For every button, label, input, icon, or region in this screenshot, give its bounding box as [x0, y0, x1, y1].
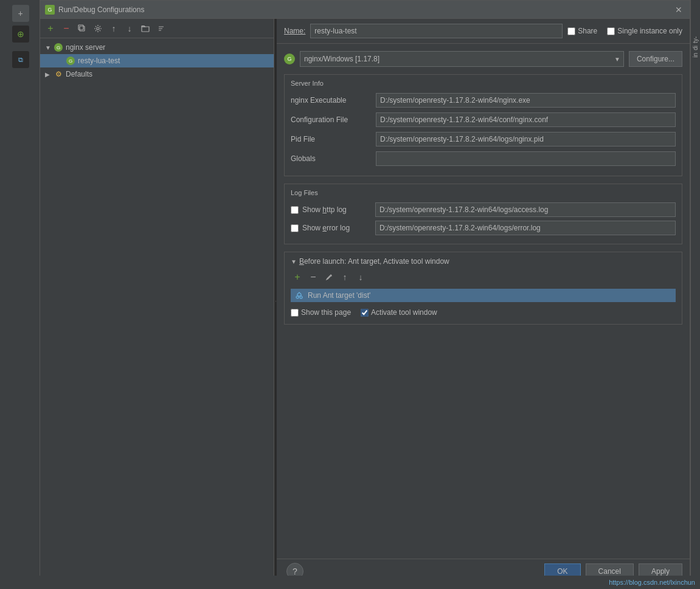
- bottom-checkboxes: Show this page Activate tool window: [291, 306, 676, 319]
- single-instance-label-text: Single instance only: [617, 27, 682, 35]
- launch-add-button[interactable]: +: [291, 270, 304, 284]
- sidebar-icon-add[interactable]: +: [12, 5, 29, 22]
- sidebar-icon-nav[interactable]: ⧉: [12, 51, 29, 68]
- settings-config-button[interactable]: [91, 22, 105, 35]
- runner-select-wrap: nginx/Windows [1.17.8] ▼: [300, 51, 624, 67]
- http-log-row: Show http log: [291, 202, 676, 217]
- before-launch-title: Before launch: Ant target, Activate tool…: [299, 257, 449, 266]
- run-debug-configurations-dialog: G Run/Debug Configurations ✕ + − ↑ ↓: [40, 0, 690, 584]
- dialog-title-icon: G: [45, 5, 55, 15]
- tree-toolbar: + − ↑ ↓: [40, 19, 274, 38]
- move-down-button[interactable]: ↓: [123, 22, 136, 35]
- server-info-title: Server Info: [291, 80, 676, 87]
- resty-lua-test-icon: G: [66, 56, 75, 66]
- http-log-label: Show http log: [302, 205, 375, 214]
- defaults-arrow: ▶: [45, 71, 54, 78]
- show-this-page-checkbox[interactable]: [291, 309, 299, 317]
- svg-rect-1: [78, 25, 83, 30]
- log-files-title: Log Files: [291, 189, 676, 196]
- copy-config-button[interactable]: [75, 22, 89, 35]
- pid-file-input[interactable]: [376, 132, 676, 146]
- move-up-button[interactable]: ↑: [107, 22, 120, 35]
- globals-label: Globals: [291, 154, 376, 163]
- right-stripe: ty- di in: [690, 0, 700, 589]
- before-launch-section: ▼ Before launch: Ant target, Activate to…: [284, 252, 682, 325]
- remove-config-button[interactable]: −: [60, 22, 73, 35]
- nginx-server-label: nginx server: [66, 43, 105, 52]
- runner-icon: G: [284, 53, 295, 64]
- error-log-row: Show error log: [291, 221, 676, 235]
- defaults-icon: ⚙: [54, 69, 63, 79]
- error-log-checkbox[interactable]: [291, 224, 299, 232]
- nginx-exec-label: nginx Executable: [291, 96, 376, 105]
- defaults-label: Defaults: [66, 70, 92, 78]
- resty-lua-test-label: resty-lua-test: [78, 57, 120, 65]
- globals-row: Globals: [291, 151, 676, 166]
- dialog-title-text: Run/Debug Configurations: [58, 5, 673, 14]
- show-this-page-label[interactable]: Show this page: [291, 308, 351, 317]
- share-checkbox-label[interactable]: Share: [567, 27, 597, 35]
- error-log-label: Show error log: [302, 224, 375, 232]
- tree-item-nginx-server[interactable]: ▼ G nginx server: [40, 41, 274, 54]
- launch-remove-button[interactable]: −: [307, 270, 320, 284]
- sidebar: + ⊕ ⧉: [0, 0, 41, 589]
- launch-up-button[interactable]: ↑: [338, 270, 352, 284]
- error-log-input[interactable]: [375, 221, 676, 235]
- ide-background: + ⊕ ⧉ ty- di in G Run/Debug Configuratio…: [0, 0, 700, 589]
- configure-button[interactable]: Configure...: [629, 51, 682, 67]
- launch-edit-button[interactable]: [322, 270, 336, 284]
- nginx-server-icon: G: [54, 43, 63, 52]
- activate-tool-window-checkbox[interactable]: [361, 309, 369, 317]
- tree-item-resty-lua-test[interactable]: G resty-lua-test: [40, 54, 274, 67]
- config-file-row: Configuration File: [291, 112, 676, 127]
- nginx-exec-input[interactable]: [376, 93, 676, 108]
- before-launch-header: ▼ Before launch: Ant target, Activate to…: [291, 257, 676, 266]
- right-stripe-item-3: in: [692, 53, 699, 58]
- config-file-label: Configuration File: [291, 115, 376, 124]
- http-log-input[interactable]: [375, 202, 676, 217]
- left-panel: + − ↑ ↓: [40, 19, 274, 583]
- launch-item-ant[interactable]: Run Ant target 'dist': [291, 289, 676, 302]
- runner-select[interactable]: nginx/Windows [1.17.8]: [300, 51, 624, 67]
- globals-input[interactable]: [376, 151, 676, 166]
- right-stripe-item-2: di: [692, 46, 699, 50]
- svg-point-4: [300, 296, 302, 298]
- pid-file-row: Pid File: [291, 132, 676, 146]
- show-this-page-text: Show this page: [301, 308, 351, 317]
- right-panel: Name: Share Single instance only: [277, 19, 690, 583]
- status-bar: https://blog.csdn.net/lxinchun: [0, 576, 700, 589]
- activate-tool-window-label[interactable]: Activate tool window: [361, 308, 437, 317]
- share-options: Share Single instance only: [567, 27, 682, 35]
- config-file-input[interactable]: [376, 112, 676, 127]
- svg-point-3: [296, 296, 299, 298]
- dialog-titlebar: G Run/Debug Configurations ✕: [40, 1, 690, 19]
- runner-row: G nginx/Windows [1.17.8] ▼ Configure...: [284, 51, 682, 67]
- svg-rect-0: [80, 26, 85, 31]
- sort-button[interactable]: [154, 22, 168, 35]
- launch-item-text: Run Ant target 'dist': [308, 291, 370, 300]
- log-files-section: Log Files Show http log Show error lo: [284, 184, 682, 244]
- folder-button[interactable]: [139, 22, 152, 35]
- add-config-button[interactable]: +: [44, 22, 57, 35]
- share-checkbox[interactable]: [567, 27, 575, 35]
- status-url: https://blog.csdn.net/lxinchun: [609, 579, 695, 586]
- dialog-close-button[interactable]: ✕: [673, 4, 685, 16]
- configuration-tree: ▼ G nginx server G resty-lua-test: [40, 38, 274, 583]
- name-input[interactable]: [310, 24, 563, 38]
- launch-down-button[interactable]: ↓: [354, 270, 367, 284]
- svg-point-2: [97, 27, 99, 30]
- single-instance-checkbox[interactable]: [607, 27, 615, 35]
- http-log-checkbox[interactable]: [291, 206, 299, 214]
- single-instance-checkbox-label[interactable]: Single instance only: [607, 27, 682, 35]
- server-info-section: Server Info nginx Executable Configurati…: [284, 74, 682, 176]
- name-label: Name:: [284, 27, 305, 35]
- nginx-exec-row: nginx Executable: [291, 93, 676, 108]
- name-row: Name: Share Single instance only: [277, 19, 690, 44]
- right-stripe-item-1: ty-: [692, 36, 699, 43]
- sidebar-icon-synced[interactable]: ⊕: [12, 26, 29, 43]
- pid-file-label: Pid File: [291, 135, 376, 143]
- tree-item-defaults[interactable]: ▶ ⚙ Defaults: [40, 67, 274, 81]
- share-label-text: Share: [578, 27, 597, 35]
- launch-toolbar: + − ↑ ↓: [291, 270, 676, 284]
- launch-arrow: ▼: [291, 258, 297, 265]
